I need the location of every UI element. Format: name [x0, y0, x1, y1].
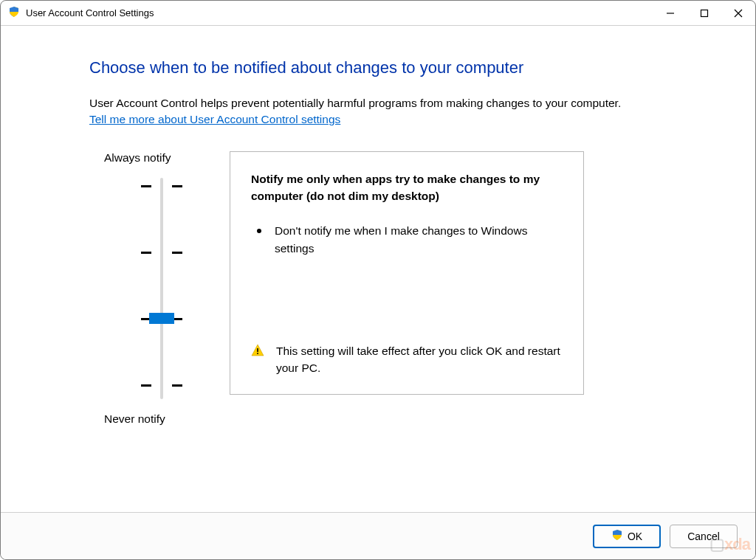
setting-bullet-text: Don't notify me when I make changes to W… — [275, 222, 563, 257]
uac-settings-window: User Account Control Settings Choose whe… — [0, 0, 756, 560]
cancel-button[interactable]: Cancel — [670, 525, 738, 548]
warning-row: This setting will take effect after you … — [251, 342, 563, 381]
window-controls — [653, 1, 755, 25]
shield-icon — [611, 529, 623, 543]
warning-icon — [251, 344, 264, 357]
window-title: User Account Control Settings — [26, 7, 154, 18]
slider-column: Always notify Never notify — [89, 151, 237, 426]
cancel-button-label: Cancel — [687, 530, 720, 542]
ok-button-label: OK — [628, 530, 642, 542]
ok-button[interactable]: OK — [593, 525, 661, 548]
learn-more-link[interactable]: Tell me more about User Account Control … — [89, 113, 340, 126]
slider-tick — [172, 384, 182, 387]
close-button[interactable] — [721, 1, 755, 25]
svg-rect-5 — [257, 353, 258, 354]
slider-tick — [172, 252, 182, 254]
warning-text: This setting will take effect after you … — [276, 342, 563, 377]
footer: OK Cancel — [1, 512, 755, 559]
slider-tick — [141, 252, 151, 254]
selected-level-heading: Notify me only when apps try to make cha… — [251, 171, 563, 204]
minimize-button[interactable] — [653, 1, 687, 25]
slider-thumb[interactable] — [149, 313, 174, 324]
bullet-dot-icon — [257, 229, 261, 233]
svg-rect-4 — [257, 348, 258, 352]
content-area: Choose when to be notified about changes… — [1, 26, 755, 512]
page-description: User Account Control helps prevent poten… — [89, 95, 709, 111]
slider-track — [160, 178, 163, 399]
slider-tick — [141, 185, 151, 187]
slider-tick — [172, 185, 182, 187]
slider-top-label: Always notify — [104, 151, 171, 165]
slider-tick — [141, 384, 151, 387]
setting-bullet: Don't notify me when I make changes to W… — [257, 222, 563, 257]
shield-icon — [8, 6, 20, 21]
slider-bottom-label: Never notify — [104, 412, 165, 426]
svg-rect-1 — [701, 10, 708, 16]
setting-description-panel: Notify me only when apps try to make cha… — [230, 151, 584, 395]
titlebar: User Account Control Settings — [1, 1, 755, 26]
maximize-button[interactable] — [687, 1, 721, 25]
body-row: Always notify Never notify Notify — [89, 151, 755, 426]
page-heading: Choose when to be notified about changes… — [89, 58, 755, 77]
